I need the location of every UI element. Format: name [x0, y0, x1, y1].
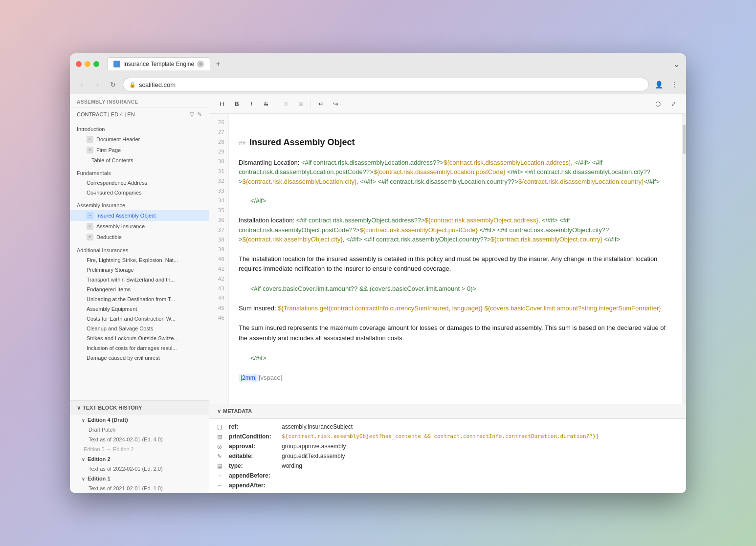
bold-button[interactable]: B [230, 97, 244, 110]
close-button[interactable] [76, 61, 82, 67]
basic-cover-if-tag: <#if covers.basicCover.limit.amount?? &&… [250, 285, 476, 292]
filter-icon[interactable]: ▽ [190, 111, 194, 118]
editor-text-content[interactable]: ## Insured Assembly Object Dismantling L… [229, 114, 682, 404]
sidebar-item-correspondence-address[interactable]: Correspondence Address [70, 178, 209, 188]
url-bar[interactable]: 🔒 scalified.com [123, 78, 649, 91]
editor-line-38: <#if covers.basicCover.limit.amount?? &&… [239, 284, 672, 294]
line-37: 37 [209, 225, 228, 235]
approval-icon: ◎ [217, 443, 225, 450]
text-block-history-label: TEXT BLOCK HISTORY [83, 405, 142, 411]
print-condition-key: printCondition: [229, 433, 278, 440]
dismantling-if-tag: <#if contract.risk.disassemblyLocation.a… [301, 159, 444, 166]
sidebar-item-inclusion-costs[interactable]: Inclusion of costs for damages resul... [70, 343, 209, 353]
sidebar-item-assembly-equipment[interactable]: Assembly Equipment [70, 304, 209, 314]
editor-toolbar: H B I S̶ ≡ ≣ ↩ ↪ ⬡ ⤢ [209, 94, 686, 114]
sidebar-item-assembly-insurance[interactable]: + Assembly Insurance [70, 221, 209, 232]
history-edition3-2[interactable]: Edition 3 → Edition 2 [70, 444, 209, 454]
sidebar-item-civil-unrest[interactable]: Damage caused by civil unrest [70, 353, 209, 363]
sidebar-item-document-header[interactable]: + Document Header [70, 134, 209, 145]
main-content: ASSEMBLY INSURANCE CONTRACT | ED.4 | EN … [70, 94, 686, 493]
dismantling-var3: ${contract.risk.disassemblyLocation.city… [243, 178, 356, 185]
window-controls-right[interactable]: ⌄ [673, 59, 680, 69]
editor-line-26 [239, 118, 672, 128]
sidebar-item-label: Strikes and Lockouts Outside Switze... [87, 335, 178, 341]
chevron-down-icon: ∨ [82, 457, 85, 462]
heading-button[interactable]: H [215, 97, 229, 110]
edit-icon[interactable]: ✎ [197, 111, 202, 118]
dismantling-endif2: </#if> <#if contract.risk.disassemblyLoc… [505, 168, 650, 175]
metadata-row-append-before: → appendBefore: [209, 471, 686, 480]
history-edition4-draft[interactable]: ∨ Edition 4 (Draft) [70, 415, 209, 425]
line-36: 36 [209, 216, 228, 225]
sidebar-item-first-page[interactable]: + First Page [70, 145, 209, 155]
sidebar-item-label: Costs for Earth and Construction W... [87, 316, 176, 322]
redo-button[interactable]: ↪ [329, 97, 342, 110]
editor-line-30: Dismantling Location: <#if contract.risk… [239, 158, 672, 187]
sidebar-section-fundamentals: Fundamentals [70, 165, 209, 178]
active-tab[interactable]: Insurance Template Engine × [107, 57, 210, 70]
metadata-header[interactable]: ∨ METADATA [209, 404, 686, 419]
installation-comma: , </#if> <#if contract.risk.assemblyObje… [343, 236, 491, 243]
ordered-list-button[interactable]: ≣ [294, 97, 308, 110]
sidebar-item-endangered-items[interactable]: Endangered Items [70, 284, 209, 294]
more-menu-button[interactable]: ⋮ [668, 79, 680, 90]
metadata-row-type: ▤ type: wording [209, 461, 686, 471]
sidebar-item-insured-assembly-object[interactable]: − Insured Assembly Object [70, 210, 209, 221]
sidebar-item-cleanup-salvage[interactable]: Cleanup and Salvage Costs [70, 324, 209, 333]
tab-close-button[interactable]: × [197, 61, 204, 67]
editor-line-44: </#if> [239, 353, 672, 363]
installation-if2: contract.risk.assemblyObject.postCode??> [239, 226, 359, 234]
profile-icon[interactable]: 👤 [653, 79, 665, 90]
sidebar-item-label: Inclusion of costs for damages resul... [87, 345, 177, 351]
italic-button[interactable]: I [245, 97, 258, 110]
history-text-2024[interactable]: Text as of 2024-02-01 (Ed. 4.0) [70, 435, 209, 444]
unordered-list-button[interactable]: ≡ [279, 97, 293, 110]
chevron-down-icon: ∨ [217, 408, 221, 415]
endif1-tag: </#if> [250, 197, 267, 204]
forward-button[interactable]: › [91, 79, 103, 90]
fullscreen-button[interactable] [93, 61, 99, 67]
history-edition2[interactable]: ∨ Edition 2 [70, 454, 209, 464]
scrollbar-thumb[interactable] [683, 125, 686, 154]
sidebar-header-label: ASSEMBLY INSURANCE [77, 99, 138, 105]
new-tab-button[interactable]: + [212, 58, 224, 70]
sidebar-item-transport-switzerland[interactable]: Transport within Switzerland and th... [70, 275, 209, 284]
sidebar-item-label: Unloading at the Destination from T... [87, 296, 175, 302]
sidebar-item-deductible[interactable]: + Deductible [70, 232, 209, 242]
sidebar-item-strikes-lockouts[interactable]: Strikes and Lockouts Outside Switze... [70, 333, 209, 343]
ref-key: ref: [229, 423, 278, 430]
sidebar-item-label: Cleanup and Salvage Costs [87, 326, 153, 331]
back-button[interactable]: ‹ [76, 79, 88, 90]
reload-button[interactable]: ↻ [107, 79, 119, 90]
sum-insured-label: Sum insured: [239, 305, 278, 312]
sidebar-item-co-insured-companies[interactable]: Co-insured Companies [70, 188, 209, 197]
strikethrough-button[interactable]: S̶ [259, 97, 273, 110]
history-text-2021[interactable]: Text as of 2021-02-01 (Ed. 1.0) [70, 483, 209, 493]
sidebar-item-earth-construction[interactable]: Costs for Earth and Construction W... [70, 314, 209, 324]
document-heading: Insured Assembly Object [249, 137, 355, 147]
sidebar-item-label: Assembly Equipment [87, 306, 137, 312]
sidebar-item-unloading[interactable]: Unloading at the Destination from T... [70, 294, 209, 304]
minimize-button[interactable] [85, 61, 90, 67]
sidebar-item-table-of-contents[interactable]: Table of Contents [70, 155, 209, 165]
dismantling-var4: ${contract.risk.disassemblyLocation.coun… [518, 178, 644, 185]
installation-if1: <#if contract.risk.assemblyObject.addres… [296, 217, 425, 224]
sidebar-item-label: Document Header [96, 136, 140, 142]
sidebar-item-label: Transport within Switzerland and th... [87, 277, 175, 283]
editor-line-40: Sum insured: ${Translations.get(contract… [239, 304, 672, 313]
history-edition1[interactable]: ∨ Edition 1 [70, 474, 209, 483]
editor-line-35 [239, 244, 672, 254]
editable-value: group.editText.assembly [282, 453, 345, 459]
save-icon-button[interactable]: ⬡ [651, 97, 665, 110]
history-text-2022[interactable]: Text as of 2022-02-01 (Ed. 2.0) [70, 464, 209, 474]
approval-key: approval: [229, 443, 278, 450]
scrollbar[interactable] [682, 114, 686, 404]
sidebar-item-fire[interactable]: Fire, Lightning Strike, Explosion, Nat..… [70, 255, 209, 265]
text-block-history-header[interactable]: ∨ TEXT BLOCK HISTORY [70, 401, 209, 415]
undo-button[interactable]: ↩ [314, 97, 328, 110]
history-draft-patch[interactable]: Draft Patch [70, 425, 209, 435]
dismantling-endif1: , </#if> <#if [571, 159, 602, 166]
sum-insured-var: ${Translations.get(contract.contractInfo… [278, 305, 661, 312]
expand-icon-button[interactable]: ⤢ [667, 97, 680, 110]
sidebar-item-preliminary-storage[interactable]: Preliminary Storage [70, 265, 209, 275]
